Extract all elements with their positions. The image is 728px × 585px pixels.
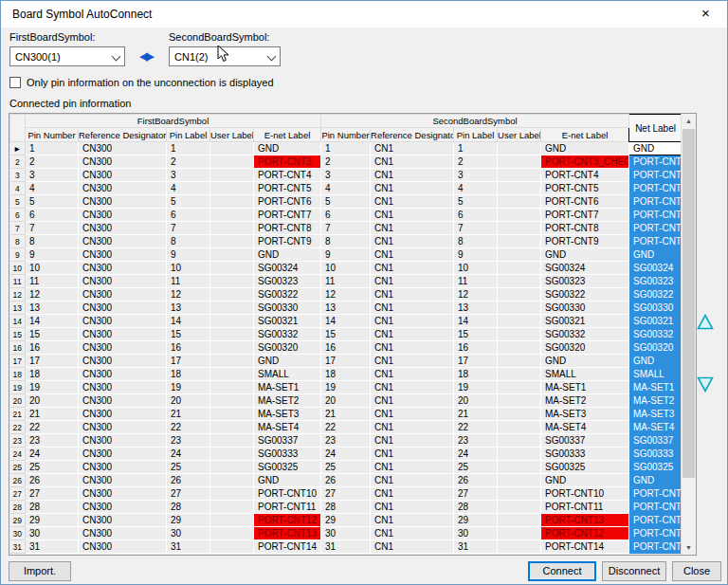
grid-cell[interactable]: PORT-CNT13 [254,527,321,540]
grid-cell[interactable]: CN1 [371,448,454,461]
row-header[interactable]: 23 [10,434,26,448]
grid-cell[interactable]: 31 [321,540,371,554]
grid-cell[interactable]: CN1 [371,142,454,155]
grid-cell[interactable] [498,328,541,341]
grid-cell[interactable] [498,262,541,275]
grid-cell[interactable]: CN300 [79,248,167,262]
grid-cell[interactable] [498,355,541,368]
net-label-cell[interactable]: PORT-CNT4 [629,169,682,182]
grid-cell[interactable]: 1 [26,142,79,155]
connect-button[interactable]: Connect [528,561,596,581]
grid-cell[interactable]: 31 [167,540,210,554]
grid-cell[interactable]: SMALL [254,368,321,381]
close-button[interactable]: Close [672,561,721,581]
grid-cell[interactable]: PORT-CNT14 [541,540,629,554]
grid-cell[interactable]: CN300 [79,262,167,275]
net-label-cell[interactable]: SG00330 [629,302,682,315]
grid-cell[interactable] [210,355,254,368]
grid-cell[interactable]: 22 [454,421,498,434]
grid-cell[interactable]: 8 [321,235,371,248]
net-label-cell[interactable]: PORT-CNT11 [629,501,682,514]
grid-cell[interactable] [210,501,254,514]
grid-cell[interactable]: CN1 [371,302,454,315]
grid-cell[interactable]: 23 [26,434,79,448]
grid-cell[interactable]: 2 [26,155,79,169]
grid-cell[interactable]: CN1 [371,288,454,302]
unconnection-filter-checkbox[interactable] [9,77,21,88]
grid-cell[interactable]: 27 [321,487,371,501]
grid-cell[interactable]: CN300 [79,209,167,222]
grid-cell[interactable] [210,262,254,275]
current-row-marker[interactable]: ► [10,142,26,155]
row-header[interactable]: 21 [10,408,26,421]
row-header[interactable]: 9 [10,248,26,262]
grid-cell[interactable] [498,448,541,461]
column-header-pin-label[interactable]: Pin Label [167,128,210,142]
net-label-cell[interactable]: SG00324 [629,262,682,275]
grid-cell[interactable]: SG00324 [541,262,629,275]
grid-cell[interactable]: PORT-CNT8 [541,222,629,235]
grid-cell[interactable] [498,142,541,155]
grid-cell[interactable]: CN300 [79,182,167,195]
row-header[interactable]: 29 [10,514,26,527]
grid-cell[interactable]: MA-SET4 [541,421,629,434]
row-header[interactable]: 10 [10,262,26,275]
grid-cell[interactable]: CN300 [79,434,167,448]
grid-cell[interactable]: MA-SET2 [541,394,629,408]
net-label-edit-cell[interactable]: GND [629,142,682,155]
grid-cell[interactable]: 11 [454,275,498,288]
grid-cell[interactable]: 30 [321,527,371,540]
net-label-cell[interactable]: GND [629,248,682,262]
grid-cell[interactable]: 1 [321,142,371,155]
grid-cell[interactable]: CN1 [371,195,454,209]
row-header[interactable]: 30 [10,527,26,540]
grid-cell[interactable]: 16 [321,341,371,355]
grid-cell[interactable]: CN300 [79,527,167,540]
grid-cell[interactable]: 27 [26,487,79,501]
grid-cell[interactable] [498,394,541,408]
row-header[interactable]: 4 [10,182,26,195]
grid-cell[interactable]: CN300 [79,474,167,487]
grid-cell[interactable]: CN300 [79,142,167,155]
grid-cell[interactable]: 12 [454,288,498,302]
first-board-symbol-select[interactable]: CN300(1) [9,46,125,66]
grid-cell[interactable]: SG00325 [541,461,629,474]
grid-cell[interactable]: SG00323 [541,275,629,288]
grid-cell[interactable]: PORT-CNT11 [254,501,321,514]
net-label-cell[interactable]: SG00320 [629,341,682,355]
grid-cell[interactable] [498,540,541,554]
grid-cell[interactable]: CN300 [79,222,167,235]
row-header[interactable]: 31 [10,540,26,554]
grid-cell[interactable]: 17 [454,355,498,368]
grid-cell[interactable] [210,315,254,328]
grid-cell[interactable]: 28 [26,501,79,514]
grid-cell[interactable] [498,381,541,394]
grid-cell[interactable]: CN300 [79,501,167,514]
grid-cell[interactable]: MA-SET2 [254,394,321,408]
grid-cell[interactable] [210,155,254,169]
net-label-cell[interactable]: PORT-CNT10 [629,487,682,501]
grid-cell[interactable]: 21 [26,408,79,421]
grid-cell[interactable]: 12 [26,288,79,302]
grid-cell[interactable] [210,209,254,222]
grid-cell[interactable]: CN300 [79,169,167,182]
grid-cell[interactable]: 2 [454,155,498,169]
grid-cell[interactable]: 3 [454,169,498,182]
grid-cell[interactable]: 8 [167,235,210,248]
grid-cell[interactable]: 12 [167,288,210,302]
grid-cell[interactable]: CN1 [371,540,454,554]
grid-cell[interactable]: 25 [321,461,371,474]
grid-cell[interactable] [210,328,254,341]
grid-cell[interactable]: 4 [167,182,210,195]
net-label-cell[interactable]: MA-SET1 [629,381,682,394]
row-header[interactable]: 3 [10,169,26,182]
grid-cell[interactable]: SG00321 [541,315,629,328]
column-header-enet-label[interactable]: E-net Label [254,128,321,142]
net-label-cell[interactable]: SG00333 [629,448,682,461]
grid-cell[interactable]: 28 [454,501,498,514]
grid-cell[interactable]: CN300 [79,315,167,328]
grid-cell[interactable]: 19 [454,381,498,394]
grid-cell[interactable]: CN1 [371,527,454,540]
grid-cell[interactable] [498,501,541,514]
grid-cell[interactable]: 6 [454,209,498,222]
